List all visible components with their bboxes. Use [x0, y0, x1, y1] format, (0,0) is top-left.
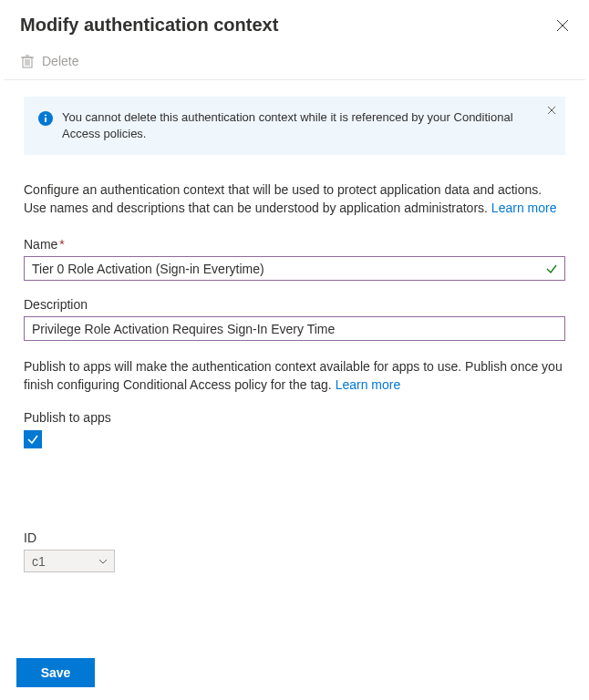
info-banner-close-icon[interactable]	[547, 106, 556, 115]
id-value: c1	[32, 554, 46, 569]
name-input[interactable]	[24, 256, 565, 281]
close-icon[interactable]	[556, 19, 569, 32]
info-banner-text: You cannot delete this authentication co…	[62, 109, 529, 142]
delete-label: Delete	[42, 54, 78, 68]
checkmark-icon	[26, 433, 39, 446]
intro-learn-more-link[interactable]: Learn more	[491, 201, 557, 215]
id-label: ID	[24, 530, 565, 545]
info-banner: You cannot delete this authentication co…	[24, 97, 565, 155]
intro-text-body: Configure an authentication context that…	[24, 182, 542, 215]
content-scroll[interactable]: You cannot delete this authentication co…	[0, 80, 589, 616]
id-dropdown: c1	[24, 550, 115, 572]
publish-label: Publish to apps	[24, 410, 565, 425]
svg-rect-9	[45, 118, 46, 122]
name-label: Name*	[24, 237, 565, 252]
intro-text: Configure an authentication context that…	[24, 180, 565, 217]
check-icon	[545, 262, 558, 275]
description-label: Description	[24, 297, 565, 312]
delete-button[interactable]: Delete	[20, 50, 78, 72]
footer: Save	[0, 645, 589, 700]
trash-icon	[20, 54, 35, 68]
publish-learn-more-link[interactable]: Learn more	[336, 377, 401, 392]
description-input[interactable]	[24, 316, 565, 341]
svg-point-10	[45, 114, 46, 116]
publish-checkbox[interactable]	[24, 430, 42, 448]
panel-title: Modify authentication context	[20, 15, 278, 36]
publish-help-body: Publish to apps will make the authentica…	[24, 359, 563, 392]
chevron-down-icon	[98, 556, 108, 567]
save-button[interactable]: Save	[16, 658, 95, 687]
publish-help-text: Publish to apps will make the authentica…	[24, 357, 565, 394]
required-asterisk: *	[59, 237, 64, 252]
info-icon	[38, 111, 53, 126]
